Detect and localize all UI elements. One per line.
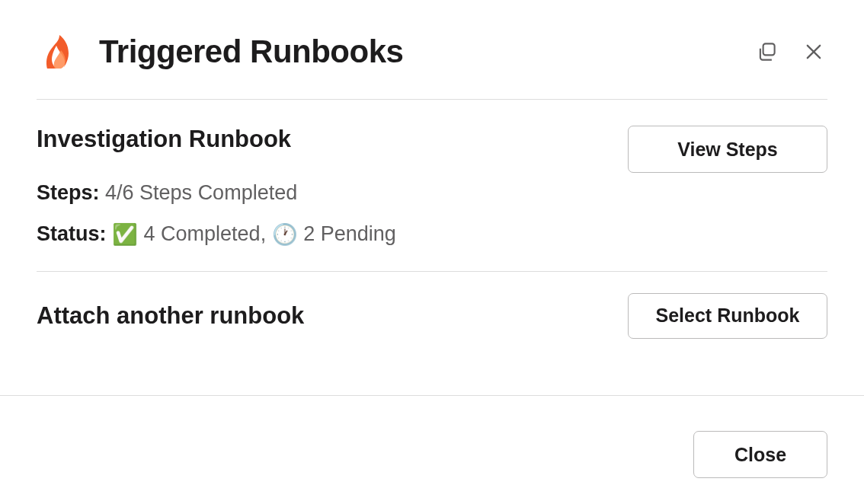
runbook-item: Investigation Runbook Steps: 4/6 Steps C… — [37, 100, 827, 260]
runbook-status: Status: ✅ 4 Completed, 🕐 2 Pending — [37, 219, 628, 251]
status-completed-text: 4 Completed, — [144, 222, 267, 245]
runbook-name: Investigation Runbook — [37, 126, 628, 153]
clock-emoji: 🕐 — [272, 223, 298, 246]
modal-title: Triggered Runbooks — [99, 33, 753, 70]
modal-content: Investigation Runbook Steps: 4/6 Steps C… — [0, 100, 864, 395]
steps-value: 4/6 Steps Completed — [105, 181, 297, 204]
status-pending-text: 2 Pending — [303, 222, 396, 245]
svg-rect-0 — [763, 43, 775, 55]
view-steps-button[interactable]: View Steps — [628, 126, 827, 173]
new-window-icon[interactable] — [753, 38, 780, 65]
triggered-runbooks-modal: Triggered Runbooks Investigation Runbook — [0, 0, 864, 504]
modal-header: Triggered Runbooks — [0, 0, 864, 99]
header-actions — [753, 38, 827, 65]
runbook-steps: Steps: 4/6 Steps Completed — [37, 177, 628, 209]
status-label: Status: — [37, 222, 107, 245]
attach-section: Attach another runbook Select Runbook — [37, 272, 827, 365]
attach-title: Attach another runbook — [37, 302, 304, 330]
steps-label: Steps: — [37, 181, 100, 204]
check-emoji: ✅ — [112, 223, 138, 246]
runbook-info: Investigation Runbook Steps: 4/6 Steps C… — [37, 126, 628, 260]
close-button[interactable]: Close — [693, 431, 827, 478]
firehydrant-icon — [37, 30, 79, 73]
close-icon[interactable] — [800, 38, 827, 65]
modal-footer: Close — [0, 396, 864, 504]
select-runbook-button[interactable]: Select Runbook — [628, 293, 827, 339]
